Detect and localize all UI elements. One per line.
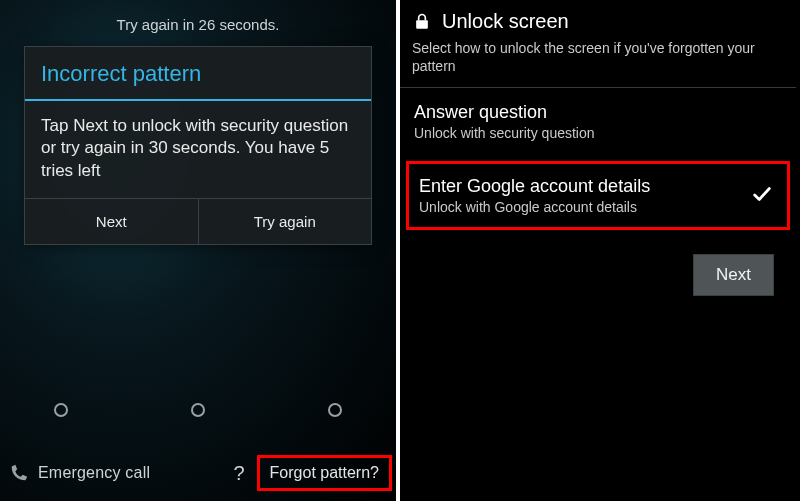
pattern-dot[interactable] <box>191 403 205 417</box>
pattern-dot[interactable] <box>54 403 68 417</box>
option-title: Answer question <box>414 102 782 123</box>
help-icon[interactable]: ? <box>227 462 250 485</box>
phone-icon <box>8 462 30 484</box>
option-title: Enter Google account details <box>419 176 777 197</box>
next-button-row: Next <box>400 230 796 296</box>
checkmark-icon <box>751 183 773 209</box>
next-button[interactable]: Next <box>25 199 198 244</box>
countdown-text: Try again in 26 seconds. <box>0 0 396 33</box>
svg-rect-0 <box>416 20 428 28</box>
unlock-method-pane: Unlock screen Select how to unlock the s… <box>400 0 796 501</box>
page-title: Unlock screen <box>442 10 569 33</box>
next-button[interactable]: Next <box>693 254 774 296</box>
incorrect-pattern-dialog: Incorrect pattern Tap Next to unlock wit… <box>24 46 372 245</box>
option-subtitle: Unlock with Google account details <box>419 199 777 215</box>
pattern-dot[interactable] <box>328 403 342 417</box>
forgot-pattern-button[interactable]: Forgot pattern? <box>257 455 392 491</box>
option-subtitle: Unlock with security question <box>414 125 782 141</box>
lock-icon <box>412 12 432 32</box>
pattern-dots-row <box>0 403 396 417</box>
dialog-body: Tap Next to unlock with security questio… <box>25 101 371 198</box>
emergency-call-button[interactable]: Emergency call <box>36 464 221 482</box>
lockscreen-pane: Try again in 26 seconds. Incorrect patte… <box>0 0 400 501</box>
bottom-bar: Emergency call ? Forgot pattern? <box>0 447 396 501</box>
option-google-account[interactable]: Enter Google account details Unlock with… <box>406 161 790 230</box>
dialog-title: Incorrect pattern <box>25 47 371 99</box>
dialog-button-row: Next Try again <box>25 198 371 244</box>
screen-header: Unlock screen <box>400 0 796 35</box>
try-again-button[interactable]: Try again <box>198 199 372 244</box>
page-subtitle: Select how to unlock the screen if you'v… <box>400 35 796 87</box>
option-answer-question[interactable]: Answer question Unlock with security que… <box>400 88 796 155</box>
